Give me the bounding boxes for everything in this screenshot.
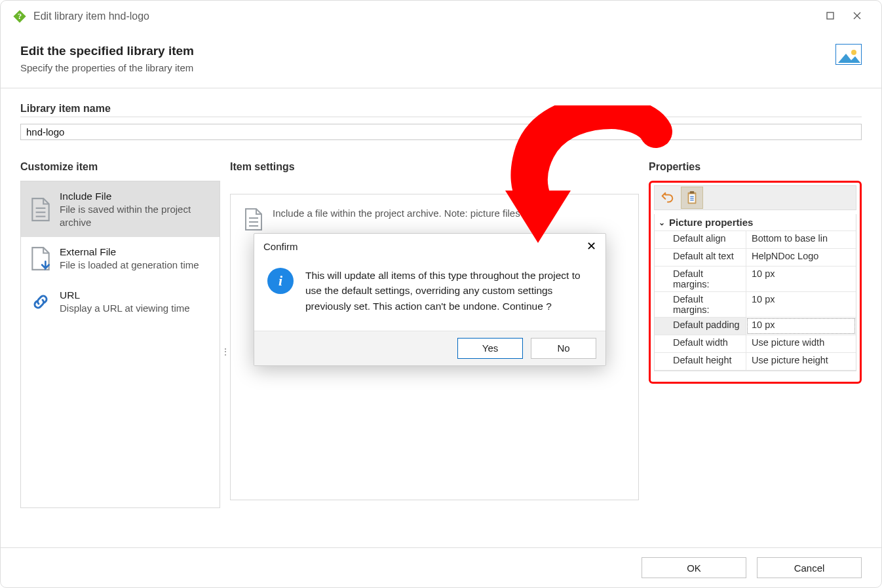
info-icon: i bbox=[267, 268, 294, 294]
confirm-message: This will update all items of this type … bbox=[305, 268, 592, 314]
list-item-title: Include File bbox=[60, 190, 211, 203]
property-group-label: Picture properties bbox=[669, 217, 753, 228]
property-key: Default height bbox=[655, 353, 746, 370]
list-item-icon bbox=[29, 289, 52, 315]
library-item-name-label: Library item name bbox=[20, 103, 862, 115]
undo-button[interactable] bbox=[656, 187, 678, 209]
list-item-icon bbox=[29, 190, 52, 229]
svg-rect-2 bbox=[827, 12, 834, 19]
close-icon[interactable]: ✕ bbox=[586, 239, 596, 253]
svg-point-6 bbox=[851, 50, 856, 55]
property-value[interactable]: 10 px bbox=[746, 318, 856, 335]
properties-panel: ⌄ Picture properties Default alignBottom… bbox=[649, 181, 862, 384]
customize-item-external-file[interactable]: External FileFile is loaded at generatio… bbox=[21, 237, 220, 280]
svg-rect-17 bbox=[690, 191, 694, 194]
app-icon: ? bbox=[12, 9, 27, 24]
list-item-desc: File is loaded at generation time bbox=[60, 259, 199, 272]
page-subtitle: Specify the properties of the library it… bbox=[20, 62, 194, 73]
property-value[interactable]: 10 px bbox=[746, 266, 856, 291]
property-row[interactable]: Default heightUse picture height bbox=[655, 353, 856, 371]
property-value[interactable]: HelpNDoc Logo bbox=[746, 249, 856, 266]
list-item-desc: File is saved within the project archive bbox=[60, 203, 211, 229]
confirm-dialog: Confirm ✕ i This will update all items o… bbox=[254, 233, 606, 366]
maximize-button[interactable] bbox=[826, 11, 834, 22]
library-item-name-input[interactable] bbox=[20, 124, 862, 140]
property-key: Default align bbox=[655, 231, 746, 248]
item-settings-heading: Item settings bbox=[230, 161, 639, 173]
property-group-header[interactable]: ⌄ Picture properties bbox=[655, 214, 856, 231]
property-row[interactable]: Default alignBottom to base lin bbox=[655, 231, 856, 249]
property-value[interactable]: Bottom to base lin bbox=[746, 231, 856, 248]
file-icon bbox=[244, 208, 263, 233]
property-row[interactable]: Default margins:10 px bbox=[655, 266, 856, 292]
list-item-title: External File bbox=[60, 246, 199, 259]
ok-button[interactable]: OK bbox=[642, 557, 746, 578]
customize-item-url[interactable]: URLDisplay a URL at viewing time bbox=[21, 280, 220, 323]
property-key: Default alt text bbox=[655, 249, 746, 266]
customize-item-list: Include FileFile is saved within the pro… bbox=[20, 181, 220, 508]
property-row[interactable]: Default alt textHelpNDoc Logo bbox=[655, 249, 856, 266]
page-title: Edit the specified library item bbox=[20, 44, 194, 58]
customize-item-include-file[interactable]: Include FileFile is saved within the pro… bbox=[21, 181, 220, 237]
clipboard-button[interactable] bbox=[681, 187, 703, 209]
window-title: Edit library item hnd-logo bbox=[33, 10, 826, 22]
property-value[interactable]: Use picture width bbox=[746, 335, 856, 352]
yes-button[interactable]: Yes bbox=[457, 338, 523, 359]
splitter-handle[interactable]: ⋮ bbox=[221, 346, 229, 357]
property-key: Default padding bbox=[655, 318, 746, 335]
no-button[interactable]: No bbox=[531, 338, 596, 359]
chevron-down-icon: ⌄ bbox=[659, 218, 665, 227]
properties-heading: Properties bbox=[649, 161, 862, 173]
property-row[interactable]: Default padding10 px bbox=[655, 318, 856, 335]
confirm-title: Confirm bbox=[263, 241, 298, 252]
property-value[interactable]: Use picture height bbox=[746, 353, 856, 370]
customize-item-heading: Customize item bbox=[20, 161, 220, 173]
property-key: Default margins: bbox=[655, 266, 746, 291]
cancel-button[interactable]: Cancel bbox=[757, 557, 862, 578]
list-item-title: URL bbox=[60, 289, 190, 302]
item-settings-description: Include a file within the project archiv… bbox=[273, 208, 537, 219]
property-row[interactable]: Default widthUse picture width bbox=[655, 335, 856, 353]
property-key: Default width bbox=[655, 335, 746, 352]
property-value[interactable]: 10 px bbox=[746, 292, 856, 317]
picture-type-icon bbox=[835, 44, 862, 65]
close-button[interactable] bbox=[853, 11, 862, 22]
list-item-icon bbox=[29, 246, 52, 272]
property-row[interactable]: Default margins:10 px bbox=[655, 292, 856, 318]
svg-text:?: ? bbox=[18, 12, 22, 21]
property-key: Default margins: bbox=[655, 292, 746, 317]
list-item-desc: Display a URL at viewing time bbox=[60, 302, 190, 315]
